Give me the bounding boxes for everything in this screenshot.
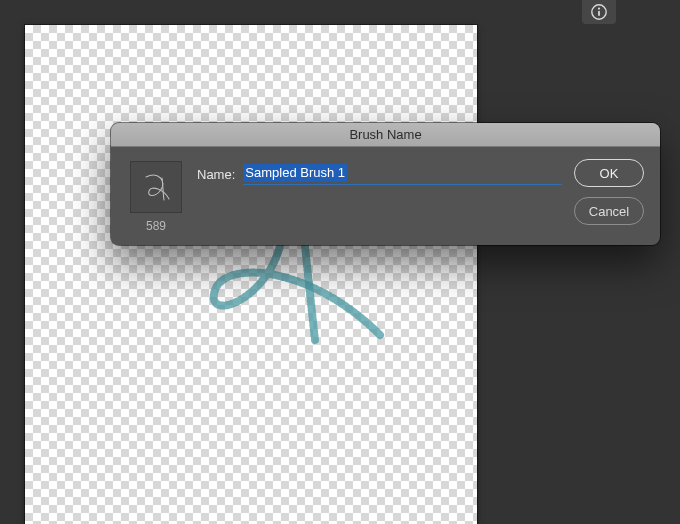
dialog-titlebar[interactable]: Brush Name xyxy=(111,123,660,147)
brush-name-input[interactable]: Sampled Brush 1 xyxy=(243,164,347,182)
info-icon xyxy=(590,3,608,21)
brush-thumbnail-column: 589 xyxy=(127,161,185,233)
svg-point-1 xyxy=(598,8,600,10)
dialog-buttons: OK Cancel xyxy=(574,159,644,225)
brush-thumb-icon xyxy=(136,167,176,207)
name-field-wrap[interactable]: Sampled Brush 1 xyxy=(243,163,562,185)
brush-size-label: 589 xyxy=(146,219,166,233)
transparency-checker xyxy=(25,25,477,524)
ok-button-label: OK xyxy=(600,166,619,181)
app-background: Brush Name 589 Name: Sampled Brush 1 xyxy=(0,0,680,524)
ok-button[interactable]: OK xyxy=(574,159,644,187)
cancel-button-label: Cancel xyxy=(589,204,629,219)
document-canvas[interactable] xyxy=(25,25,477,524)
brush-thumbnail xyxy=(130,161,182,213)
name-row: Name: Sampled Brush 1 xyxy=(197,163,562,185)
dialog-body: 589 Name: Sampled Brush 1 OK Cancel xyxy=(111,147,660,245)
cancel-button[interactable]: Cancel xyxy=(574,197,644,225)
svg-rect-2 xyxy=(598,11,600,16)
info-button[interactable] xyxy=(582,0,616,24)
dialog-title: Brush Name xyxy=(349,127,421,142)
name-label: Name: xyxy=(197,167,235,182)
brush-name-dialog: Brush Name 589 Name: Sampled Brush 1 xyxy=(111,123,660,245)
